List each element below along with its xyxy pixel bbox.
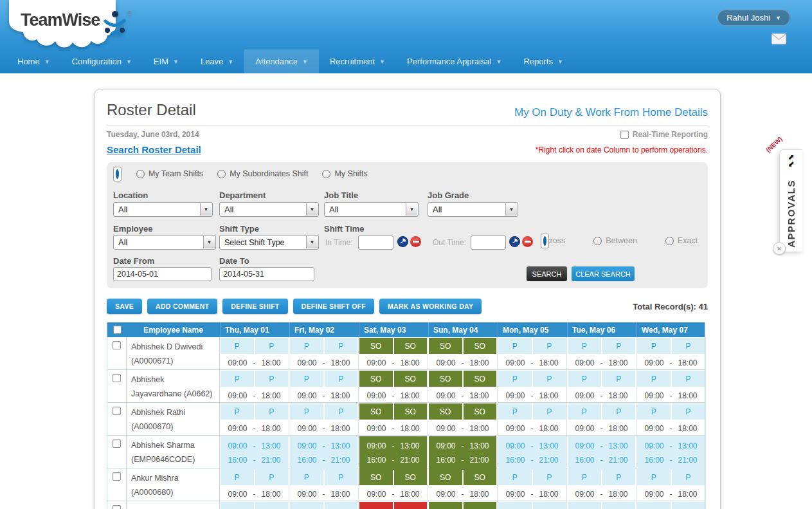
shift-cell[interactable]: PP09:00-18:00 — [289, 403, 359, 438]
nav-item-reports[interactable]: Reports▼ — [512, 50, 573, 73]
shift-cell[interactable]: PP09:00-18:00 — [567, 403, 636, 438]
shift-cell[interactable]: PP09:00-18:00 — [498, 468, 567, 503]
nav-item-attendance[interactable]: Attendance▼ — [244, 50, 319, 73]
nav-item-configuration[interactable]: Configuration▼ — [61, 50, 143, 73]
shift-cell[interactable]: PP09:00-18:00 — [567, 337, 636, 372]
shift-cell[interactable]: PP09:00-18:00 — [220, 468, 289, 503]
approvals-label[interactable]: APPROVALS — [786, 180, 797, 248]
shift-cell[interactable]: SOSO09:00-18:00 — [428, 370, 498, 405]
realtime-reporting-toggle[interactable]: Real-Time Reporting — [620, 130, 708, 139]
nav-item-eim[interactable]: EIM▼ — [143, 50, 190, 73]
add-comment-button[interactable]: ADD COMMENT — [147, 299, 217, 314]
day-column-header[interactable]: Mon, May 05 — [498, 322, 567, 337]
clear-search-button[interactable]: CLEAR SEARCH — [572, 266, 635, 281]
shift-cell[interactable]: PP09:00-18:00 — [289, 337, 359, 372]
shift-cell[interactable]: PP09:00-18:00 — [220, 337, 289, 372]
clock-icon[interactable] — [509, 236, 520, 247]
shift-cell[interactable]: 09:00-13:0016:00-21:00 — [220, 436, 289, 470]
shift-cell[interactable]: 09:00-13:0016:00-21:00 — [359, 436, 428, 470]
nav-item-performance-appraisal[interactable]: Performance Appraisal▼ — [396, 50, 512, 73]
shift-cell[interactable]: SOSO09:00-18:00 — [359, 468, 428, 503]
shift-cell[interactable]: 09:00-13:0016:00-21:00 — [428, 436, 498, 470]
row-checkbox[interactable] — [113, 472, 121, 481]
time-match-radio-exact[interactable]: Exact — [665, 236, 698, 245]
shift-cell[interactable]: 09:00-13:0016:00-21:00 — [498, 436, 567, 470]
day-column-header[interactable]: Thu, May 01 — [220, 322, 289, 337]
save-button[interactable]: SAVE — [107, 299, 142, 314]
scope-radio-my-team-shifts[interactable]: My Team Shifts — [136, 169, 203, 178]
clear-time-icon[interactable] — [522, 236, 533, 247]
shift-cell[interactable] — [636, 501, 706, 509]
shift-cell[interactable] — [289, 501, 359, 509]
search-button[interactable]: SEARCH — [527, 266, 567, 281]
shift-cell[interactable]: SOSO09:00-18:00 — [428, 403, 498, 438]
nav-item-recruitment[interactable]: Recruitment▼ — [319, 50, 396, 73]
shift-cell[interactable] — [428, 501, 498, 509]
expand-icon[interactable]: ⬈⬋ — [780, 154, 802, 168]
shift-cell[interactable] — [220, 501, 289, 509]
day-column-header[interactable]: Tue, May 06 — [567, 322, 636, 337]
shift-cell[interactable]: 09:00-13:0016:00-21:00 — [567, 436, 636, 470]
date-from-input[interactable] — [113, 267, 212, 281]
shift-cell[interactable]: SOSO09:00-18:00 — [359, 337, 428, 372]
out-time-input[interactable] — [471, 236, 506, 250]
clear-time-icon[interactable] — [410, 236, 421, 247]
location-select[interactable]: All▼ — [113, 202, 213, 217]
shift-cell[interactable]: PP09:00-18:00 — [220, 370, 289, 405]
shift-cell[interactable]: PP09:00-18:00 — [636, 403, 706, 438]
shift-cell[interactable]: PP09:00-18:00 — [636, 337, 706, 372]
day-column-header[interactable]: Sun, May 04 — [428, 322, 498, 337]
approvals-tab[interactable]: (NEW) ⬈⬋ APPROVALS ✕ — [779, 149, 802, 252]
shift-cell[interactable]: PP09:00-18:00 — [567, 468, 636, 503]
shift-cell[interactable]: SOSO09:00-18:00 — [428, 337, 498, 372]
shift-cell[interactable]: 09:00-13:0016:00-21:00 — [289, 436, 359, 470]
employee-select[interactable]: All▼ — [113, 235, 216, 250]
nav-item-home[interactable]: Home▼ — [6, 50, 61, 73]
scope-radio-my-shifts[interactable]: My Shifts — [322, 169, 367, 178]
on-duty-wfh-link[interactable]: My On Duty & Work From Home Details — [514, 106, 708, 119]
shift-cell[interactable]: PP09:00-18:00 — [220, 403, 289, 438]
clock-icon[interactable] — [397, 236, 408, 247]
shift-cell[interactable]: PP09:00-18:00 — [636, 468, 706, 503]
shift-cell[interactable]: PP09:00-18:00 — [498, 370, 567, 405]
shift-cell[interactable]: PP09:00-18:00 — [498, 337, 567, 372]
day-column-header[interactable]: Sat, May 03 — [359, 322, 428, 337]
shift-cell[interactable]: PP09:00-18:00 — [289, 468, 359, 503]
shift-cell[interactable]: PP09:00-18:00 — [289, 370, 359, 405]
time-match-radio-between[interactable]: Between — [593, 236, 637, 245]
shift-cell[interactable]: SOSO09:00-18:00 — [428, 468, 498, 503]
department-select[interactable]: All▼ — [219, 202, 319, 217]
job-grade-select[interactable]: All▼ — [428, 202, 518, 217]
row-checkbox[interactable] — [113, 374, 121, 382]
row-checkbox[interactable] — [113, 505, 121, 509]
mail-icon[interactable] — [771, 33, 786, 47]
day-column-header[interactable]: Wed, May 07 — [636, 322, 706, 337]
close-icon[interactable]: ✕ — [773, 242, 786, 255]
scope-radio-all[interactable]: All — [113, 169, 122, 178]
mark-as-working-day-button[interactable]: MARK AS WORKING DAY — [379, 299, 482, 314]
select-all-checkbox[interactable] — [113, 326, 122, 334]
row-checkbox[interactable] — [113, 440, 121, 448]
shift-cell[interactable] — [498, 501, 567, 509]
time-match-radio-across[interactable]: Across — [541, 236, 565, 245]
day-column-header[interactable]: Fri, May 02 — [289, 322, 359, 337]
date-to-input[interactable] — [219, 267, 314, 281]
scope-radio-my-subordinates-shift[interactable]: My Subordinates Shift — [217, 169, 308, 178]
job-title-select[interactable]: All▼ — [324, 202, 419, 217]
in-time-input[interactable] — [358, 236, 393, 250]
search-roster-detail-link[interactable]: Search Roster Detail — [107, 144, 201, 155]
shift-cell[interactable]: PP09:00-18:00 — [498, 403, 567, 438]
shift-type-select[interactable]: Select Shift Type▼ — [219, 235, 319, 250]
shift-cell[interactable]: SOSO09:00-18:00 — [359, 370, 428, 405]
shift-cell[interactable]: PP09:00-18:00 — [567, 370, 636, 405]
shift-cell[interactable]: PP09:00-18:00 — [636, 370, 706, 405]
user-menu-button[interactable]: Rahul Joshi ▼ — [717, 10, 790, 26]
shift-cell[interactable] — [359, 501, 428, 509]
row-checkbox[interactable] — [113, 341, 121, 349]
shift-cell[interactable] — [567, 501, 636, 509]
nav-item-leave[interactable]: Leave▼ — [190, 50, 244, 73]
shift-cell[interactable]: 09:00-13:0016:00-21:00 — [636, 436, 706, 470]
row-checkbox[interactable] — [113, 407, 121, 415]
shift-cell[interactable]: SOSO09:00-18:00 — [359, 403, 428, 438]
realtime-reporting-checkbox[interactable] — [620, 131, 629, 139]
